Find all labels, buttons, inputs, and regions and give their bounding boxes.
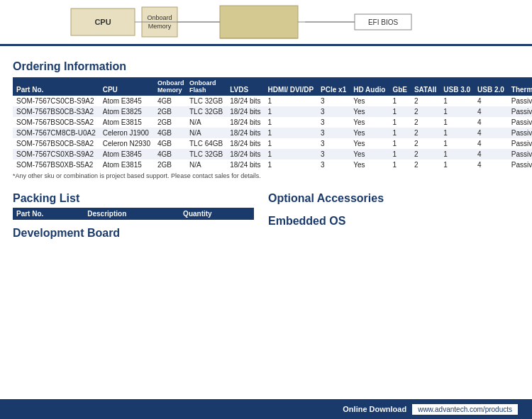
ordering-th-3: Onboard Flash (186, 77, 226, 96)
ordering-cell-5-11: 4 (474, 149, 508, 160)
ordering-th-11: USB 2.0 (474, 77, 508, 96)
ordering-cell-5-8: 1 (389, 149, 411, 160)
footer: Online Download www.advantech.com/produc… (0, 399, 532, 419)
ordering-th-5: HDMI/ DVI/DP (265, 77, 317, 96)
ordering-cell-5-5: 1 (265, 149, 317, 160)
ordering-cell-4-2: 4GB (154, 138, 186, 149)
ordering-cell-4-3: TLC 64GB (186, 138, 226, 149)
ordering-cell-2-10: 1 (440, 117, 474, 128)
ordering-cell-2-11: 4 (474, 117, 508, 128)
ordering-cell-6-2: 2GB (154, 160, 186, 170)
ordering-cell-5-12: Passive (508, 149, 532, 160)
ordering-cell-3-4: 18/24 bits (226, 128, 264, 138)
table-row: SOM-7567BS0XB-S5A2Atom E38152GBN/A18/24 … (13, 160, 532, 170)
footer-url: www.advantech.com/products (412, 404, 518, 415)
ordering-cell-3-11: 4 (474, 128, 508, 138)
ordering-cell-1-9: 2 (411, 106, 440, 117)
ordering-cell-1-10: 1 (440, 106, 474, 117)
ordering-cell-5-4: 18/24 bits (226, 149, 264, 160)
ordering-cell-4-12: Passive (508, 138, 532, 149)
devboard-title: Development Board (13, 227, 254, 240)
table-row: SOM-7567CS0CB-S9A2Atom E38454GBTLC 32GB1… (13, 96, 532, 106)
ordering-th-7: HD Audio (350, 77, 389, 96)
ordering-cell-5-2: 4GB (154, 149, 186, 160)
table-row: SOM-7567BS0CB-S8A2Celeron N29304GBTLC 64… (13, 138, 532, 149)
ordering-cell-3-10: 1 (440, 128, 474, 138)
ordering-cell-5-7: Yes (350, 149, 389, 160)
ordering-cell-5-9: 2 (411, 149, 440, 160)
ordering-cell-0-1: Atom E3845 (99, 96, 154, 106)
ordering-cell-6-5: 1 (265, 160, 317, 170)
top-diagram: CPU Onboard Memory EFI BIOS (0, 0, 532, 46)
ordering-cell-6-8: 1 (389, 160, 411, 170)
ordering-cell-5-3: TLC 32GB (186, 149, 226, 160)
ordering-th-1: CPU (99, 77, 154, 96)
ordering-th-0: Part No. (13, 77, 99, 96)
ordering-th-6: PCle x1 (317, 77, 350, 96)
svg-text:Memory: Memory (148, 23, 172, 30)
ordering-cell-0-8: 1 (389, 96, 411, 106)
ordering-cell-3-6: 3 (317, 128, 350, 138)
ordering-cell-1-8: 1 (389, 106, 411, 117)
ordering-cell-6-4: 18/24 bits (226, 160, 264, 170)
ordering-cell-6-11: 4 (474, 160, 508, 170)
ordering-cell-6-10: 1 (440, 160, 474, 170)
svg-rect-8 (220, 6, 298, 38)
ordering-th-8: GbE (389, 77, 411, 96)
col-left: Packing List Part No.DescriptionQuantity… (13, 185, 254, 242)
ordering-cell-1-6: 3 (317, 106, 350, 117)
main-content: Ordering Information Part No.CPUOnboard … (0, 46, 532, 242)
ordering-cell-0-11: 4 (474, 96, 508, 106)
packing-header-row-th-1: Description (84, 208, 179, 220)
ordering-cell-6-1: Atom E3815 (99, 160, 154, 170)
ordering-cell-4-4: 18/24 bits (226, 138, 264, 149)
ordering-cell-3-8: 1 (389, 128, 411, 138)
ordering-cell-3-9: 2 (411, 128, 440, 138)
ordering-cell-4-11: 4 (474, 138, 508, 149)
ordering-cell-1-5: 1 (265, 106, 317, 117)
footer-label: Online Download (343, 405, 406, 413)
ordering-cell-2-8: 1 (389, 117, 411, 128)
ordering-cell-6-7: Yes (350, 160, 389, 170)
ordering-th-10: USB 3.0 (440, 77, 474, 96)
ordering-cell-0-10: 1 (440, 96, 474, 106)
ordering-th-4: LVDS (226, 77, 264, 96)
svg-text:EFI BIOS: EFI BIOS (368, 18, 399, 26)
ordering-cell-2-7: Yes (350, 117, 389, 128)
ordering-cell-0-12: Passive (508, 96, 532, 106)
ordering-cell-0-9: 2 (411, 96, 440, 106)
packing-table: Part No.DescriptionQuantity (13, 208, 254, 220)
ordering-cell-1-4: 18/24 bits (226, 106, 264, 117)
ordering-cell-6-0: SOM-7567BS0XB-S5A2 (13, 160, 99, 170)
ordering-body: SOM-7567CS0CB-S9A2Atom E38454GBTLC 32GB1… (13, 96, 532, 170)
ordering-cell-1-12: Passive (508, 106, 532, 117)
packing-title: Packing List (13, 192, 254, 205)
table-row: SOM-7567BS0CB-S5A2Atom E38152GBN/A18/24 … (13, 117, 532, 128)
ordering-cell-2-2: 2GB (154, 117, 186, 128)
ordering-cell-3-3: N/A (186, 128, 226, 138)
ordering-cell-2-9: 2 (411, 117, 440, 128)
ordering-cell-1-2: 2GB (154, 106, 186, 117)
ordering-cell-5-0: SOM-7567CS0XB-S9A2 (13, 149, 99, 160)
packing-header: Part No.DescriptionQuantity (13, 208, 254, 220)
ordering-cell-4-8: 1 (389, 138, 411, 149)
ordering-table: Part No.CPUOnboard MemoryOnboard FlashLV… (13, 77, 532, 170)
ordering-cell-0-2: 4GB (154, 96, 186, 106)
ordering-header: Part No.CPUOnboard MemoryOnboard FlashLV… (13, 77, 532, 96)
ordering-title: Ordering Information (13, 60, 519, 73)
accessories-title: Optional Accessories (268, 192, 519, 205)
table-row: SOM-7567CS0XB-S9A2Atom E38454GBTLC 32GB1… (13, 149, 532, 160)
ordering-cell-4-10: 1 (440, 138, 474, 149)
ordering-cell-3-1: Celeron J1900 (99, 128, 154, 138)
ordering-cell-3-0: SOM-7567CM8CB-U0A2 (13, 128, 99, 138)
ordering-th-9: SATAII (411, 77, 440, 96)
ordering-cell-0-6: 3 (317, 96, 350, 106)
ordering-cell-1-0: SOM-7567BS0CB-S3A2 (13, 106, 99, 117)
ordering-cell-2-5: 1 (265, 117, 317, 128)
col-right: Optional Accessories Embedded OS (268, 185, 519, 242)
ordering-th-12: Thermal Solution (508, 77, 532, 96)
table-row: SOM-7567BS0CB-S3A2Atom E38252GBTLC 32GB1… (13, 106, 532, 117)
ordering-cell-0-0: SOM-7567CS0CB-S9A2 (13, 96, 99, 106)
ordering-cell-5-10: 1 (440, 149, 474, 160)
ordering-cell-0-4: 18/24 bits (226, 96, 264, 106)
